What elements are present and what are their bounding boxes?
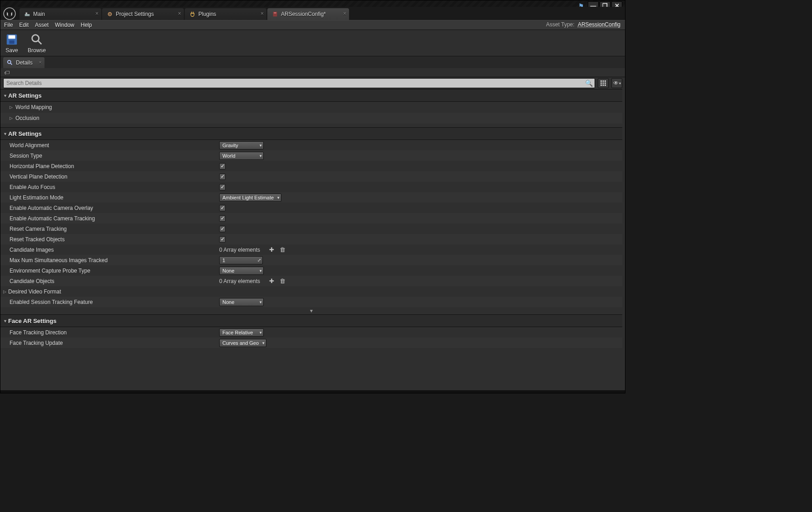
cam-overlay-checkbox[interactable]: ✓: [219, 205, 226, 211]
menu-window[interactable]: Window: [55, 22, 74, 28]
subcat-occlusion[interactable]: ▷ Occlusion: [0, 113, 622, 124]
menu-file[interactable]: File: [4, 22, 13, 28]
reset-obj-checkbox[interactable]: ✓: [219, 236, 226, 243]
face-update-dropdown[interactable]: Curves and Geo▾: [219, 339, 266, 347]
tab-details[interactable]: Details ×: [3, 57, 44, 68]
subcat-world-mapping[interactable]: ▷ World Mapping: [0, 102, 622, 113]
row-video-format[interactable]: ▷ Desired Video Format: [0, 286, 622, 297]
reset-cam-checkbox[interactable]: ✓: [219, 226, 226, 232]
tab-main[interactable]: Main ×: [20, 8, 101, 20]
array-add-button[interactable]: ✚: [269, 246, 274, 253]
advanced-expand-button[interactable]: ▾: [0, 307, 622, 314]
max-num-input[interactable]: 1⤢: [219, 256, 263, 264]
menu-help[interactable]: Help: [81, 22, 92, 28]
tab-arsessionconfig[interactable]: ARSessionConfig* ×: [267, 8, 349, 20]
svg-rect-22: [605, 85, 606, 86]
svg-rect-14: [600, 80, 602, 82]
svg-rect-21: [603, 85, 604, 86]
asset-type-link[interactable]: ARSessionConfig: [578, 21, 620, 28]
search-input-wrap[interactable]: 🔍: [3, 78, 595, 88]
horizontal-plane-checkbox[interactable]: ✓: [219, 163, 226, 169]
property-label: Candidate Images: [10, 247, 219, 253]
svg-rect-6: [274, 13, 276, 14]
tab-project-settings[interactable]: Project Settings ×: [102, 8, 184, 20]
subcat-label: Occlusion: [15, 115, 39, 121]
panel-tab-close[interactable]: ×: [39, 60, 41, 65]
tab-close[interactable]: ×: [261, 10, 264, 17]
vertical-plane-checkbox[interactable]: ✓: [219, 174, 226, 180]
search-icon: 🔍: [585, 80, 593, 87]
svg-point-12: [8, 60, 11, 64]
row-candidate-images: Candidate Images 0 Array elements ✚ 🗑: [0, 244, 622, 255]
row-session-type: Session Type World▾: [0, 150, 622, 161]
row-reset-cam: Reset Camera Tracking ✓: [0, 224, 622, 234]
chevron-down-icon: ▾: [260, 143, 262, 148]
session-type-dropdown[interactable]: World▾: [219, 152, 264, 160]
chevron-down-icon: ▾: [4, 93, 6, 98]
session-feature-dropdown[interactable]: None▾: [219, 298, 264, 306]
details-subbar: 🏷: [0, 68, 625, 77]
view-options-button[interactable]: 👁▾: [611, 78, 622, 88]
details-body[interactable]: ▾ AR Settings ▷ World Mapping ▷ Occlusio…: [0, 89, 625, 390]
footer: [0, 390, 625, 393]
svg-rect-17: [600, 83, 602, 84]
chevron-down-icon: ▾: [260, 330, 262, 335]
category-ar-settings-1[interactable]: ▾ AR Settings: [0, 89, 622, 102]
chevron-down-icon: ▾: [277, 195, 280, 200]
svg-line-11: [38, 40, 42, 44]
property-label: Enable Auto Focus: [10, 184, 219, 190]
tab-close[interactable]: ×: [95, 10, 98, 17]
panel-tab-label: Details: [16, 60, 33, 66]
ue-logo-icon: [3, 7, 16, 20]
env-probe-dropdown[interactable]: None▾: [219, 267, 264, 275]
chevron-down-icon: ▾: [260, 300, 262, 304]
row-cam-track: Enable Automatic Camera Tracking ✓: [0, 213, 622, 224]
row-face-tracking-direction: Face Tracking Direction Face Relative▾: [0, 327, 622, 338]
search-input[interactable]: [6, 80, 592, 86]
property-label: Max Num Simultaneous Images Tracked: [10, 257, 219, 263]
browse-button[interactable]: Browse: [28, 33, 46, 54]
property-label: Reset Tracked Objects: [10, 236, 219, 243]
menu-asset[interactable]: Asset: [35, 22, 49, 28]
category-ar-settings-2[interactable]: ▾ AR Settings: [0, 127, 622, 140]
property-label: Face Tracking Direction: [10, 329, 219, 336]
property-label: Enabled Session Tracking Feature: [10, 299, 219, 305]
tab-label: ARSessionConfig*: [281, 11, 326, 17]
spinner-icon: ⤢: [257, 258, 261, 263]
menu-bar: File Edit Asset Window Help Asset Type: …: [0, 20, 625, 30]
light-estimation-dropdown[interactable]: Ambient Light Estimate▾: [219, 194, 281, 202]
cam-track-checkbox[interactable]: ✓: [219, 215, 226, 222]
property-label: Session Type: [10, 153, 219, 159]
menu-edit[interactable]: Edit: [19, 22, 29, 28]
array-clear-button[interactable]: 🗑: [280, 278, 285, 284]
array-add-button[interactable]: ✚: [269, 278, 274, 284]
tab-plugins[interactable]: Plugins ×: [185, 8, 266, 20]
world-alignment-dropdown[interactable]: Gravity▾: [219, 141, 264, 149]
category-face-ar-settings[interactable]: ▾ Face AR Settings: [0, 314, 622, 327]
category-title: Face AR Settings: [8, 318, 56, 324]
save-button[interactable]: Save: [5, 33, 19, 54]
chevron-down-icon: ▾: [310, 308, 313, 314]
auto-focus-checkbox[interactable]: ✓: [219, 184, 226, 190]
tab-close[interactable]: ×: [178, 10, 181, 17]
asset-toolbar: Save Browse: [0, 30, 625, 56]
tab-close[interactable]: ×: [343, 10, 346, 17]
tab-bar: Main × Project Settings × Plugins × ARSe…: [0, 7, 625, 20]
row-light-est: Light Estimation Mode Ambient Light Esti…: [0, 192, 622, 203]
svg-rect-16: [605, 80, 606, 82]
lock-icon[interactable]: 🏷: [4, 70, 10, 76]
svg-rect-20: [600, 85, 602, 86]
array-clear-button[interactable]: 🗑: [280, 246, 285, 253]
plug-icon: [189, 11, 196, 17]
property-matrix-button[interactable]: [598, 78, 609, 88]
row-reset-obj: Reset Tracked Objects ✓: [0, 234, 622, 244]
property-label: World Alignment: [10, 142, 219, 149]
chevron-right-icon: ▷: [10, 116, 13, 120]
details-icon: [7, 60, 13, 66]
chevron-right-icon: ▷: [3, 289, 6, 294]
svg-rect-8: [9, 35, 15, 39]
svg-rect-2: [26, 13, 28, 15]
face-direction-dropdown[interactable]: Face Relative▾: [219, 328, 264, 337]
svg-rect-15: [603, 80, 604, 82]
row-vertical-plane: Vertical Plane Detection ✓: [0, 171, 622, 182]
